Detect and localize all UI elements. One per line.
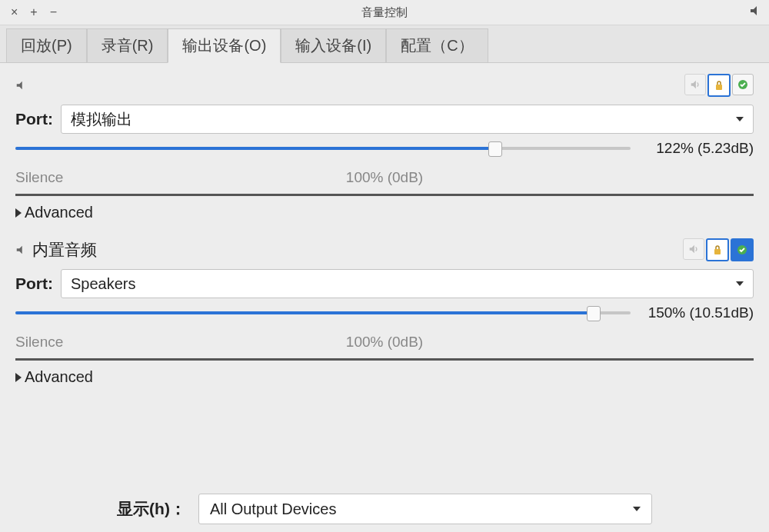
set-default-button[interactable]	[732, 74, 754, 95]
port-label: Port:	[15, 274, 53, 293]
volume-readout: 122% (5.23dB)	[656, 140, 754, 157]
show-filter-select[interactable]: All Output Devices	[198, 494, 652, 524]
volume-scale: Silence 100% (0dB)	[15, 169, 754, 186]
advanced-expander[interactable]: Advanced	[15, 201, 754, 229]
svg-rect-2	[714, 249, 721, 254]
advanced-expander[interactable]: Advanced	[15, 365, 754, 394]
app-indicator-icon	[749, 5, 761, 17]
port-select[interactable]: 模拟输出	[61, 105, 754, 134]
output-device: Port: 模拟输出 122% (5.23dB) Silence 100% (0…	[15, 74, 754, 229]
triangle-right-icon	[15, 208, 22, 218]
window-title: 音量控制	[0, 5, 769, 20]
speaker-icon	[15, 80, 26, 91]
set-default-button[interactable]	[731, 238, 754, 261]
divider	[15, 194, 754, 196]
port-label: Port:	[15, 110, 53, 128]
volume-slider[interactable]: 122% (5.23dB)	[15, 141, 754, 166]
tab-playback[interactable]: 回放(P)	[6, 28, 87, 62]
triangle-right-icon	[15, 373, 22, 382]
mute-button[interactable]	[683, 238, 704, 260]
volume-scale: Silence 100% (0dB)	[15, 334, 754, 351]
lock-channels-button[interactable]	[706, 238, 729, 261]
tab-output-devices[interactable]: 输出设备(O)	[168, 28, 281, 63]
mute-button[interactable]	[684, 74, 706, 95]
port-value: Speakers	[71, 275, 136, 293]
volume-slider[interactable]: 150% (10.51dB)	[15, 306, 754, 331]
lock-channels-button[interactable]	[707, 74, 731, 97]
chevron-down-icon	[736, 117, 744, 121]
chevron-down-icon	[736, 281, 744, 286]
divider	[15, 358, 754, 361]
chevron-down-icon	[633, 507, 641, 511]
speaker-icon	[15, 244, 26, 255]
tab-bar: 回放(P) 录音(R) 输出设备(O) 输入设备(I) 配置（C）	[0, 25, 769, 63]
svg-rect-0	[716, 85, 722, 90]
footer: 显示(h)： All Output Devices	[0, 494, 769, 524]
device-name: 内置音频	[32, 239, 97, 261]
tab-configuration[interactable]: 配置（C）	[386, 28, 488, 62]
port-select[interactable]: Speakers	[61, 269, 754, 298]
output-device: 内置音频 Port: Speakers	[15, 238, 754, 394]
tab-recording[interactable]: 录音(R)	[87, 28, 168, 62]
volume-readout: 150% (10.51dB)	[648, 304, 754, 321]
titlebar: × + − 音量控制	[0, 0, 769, 25]
tab-input-devices[interactable]: 输入设备(I)	[281, 28, 386, 62]
port-value: 模拟输出	[71, 109, 132, 130]
show-label: 显示(h)：	[117, 498, 186, 520]
show-filter-value: All Output Devices	[210, 500, 337, 518]
